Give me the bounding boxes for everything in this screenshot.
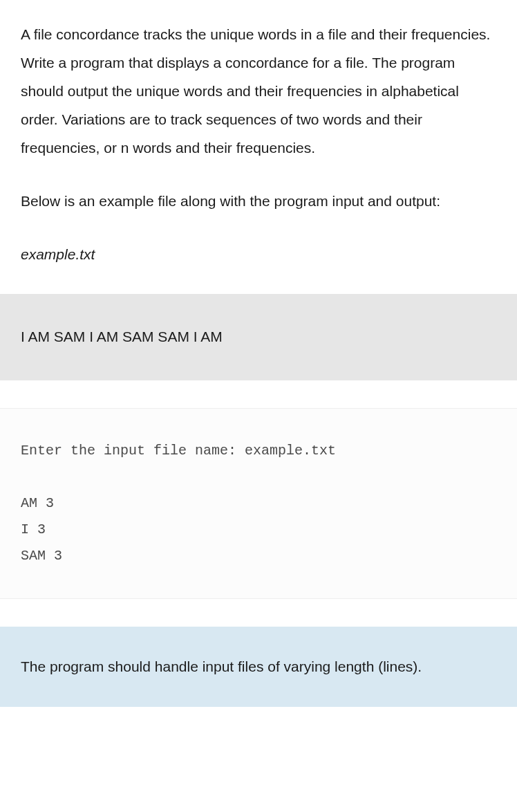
example-filename: example.txt [0, 241, 517, 294]
example-file-contents-box: I AM SAM I AM SAM SAM I AM [0, 294, 517, 380]
problem-description: A file concordance tracks the unique wor… [0, 0, 517, 187]
example-intro-text: Below is an example file along with the … [0, 187, 517, 241]
note-text: The program should handle input files of… [21, 658, 422, 674]
example-file-contents: I AM SAM I AM SAM SAM I AM [21, 329, 223, 344]
program-io-text: Enter the input file name: example.txt A… [21, 443, 336, 564]
program-io-box: Enter the input file name: example.txt A… [0, 408, 517, 599]
note-box: The program should handle input files of… [0, 627, 517, 708]
